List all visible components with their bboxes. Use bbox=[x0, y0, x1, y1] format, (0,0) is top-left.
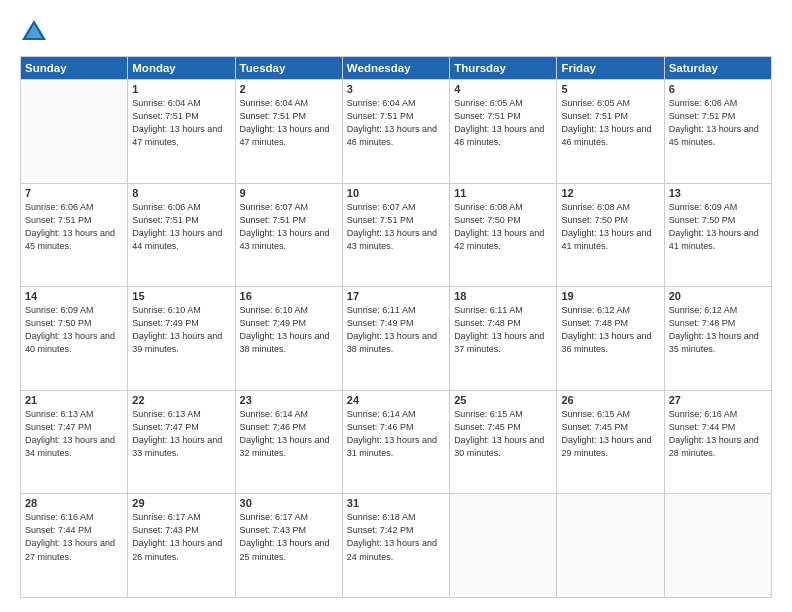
day-number: 17 bbox=[347, 290, 445, 302]
calendar-cell: 27Sunrise: 6:16 AMSunset: 7:44 PMDayligh… bbox=[664, 390, 771, 494]
day-number: 27 bbox=[669, 394, 767, 406]
day-number: 22 bbox=[132, 394, 230, 406]
calendar-cell: 30Sunrise: 6:17 AMSunset: 7:43 PMDayligh… bbox=[235, 494, 342, 598]
day-info: Sunrise: 6:06 AMSunset: 7:51 PMDaylight:… bbox=[669, 97, 767, 149]
day-number: 20 bbox=[669, 290, 767, 302]
calendar-cell: 20Sunrise: 6:12 AMSunset: 7:48 PMDayligh… bbox=[664, 287, 771, 391]
day-number: 5 bbox=[561, 83, 659, 95]
day-number: 7 bbox=[25, 187, 123, 199]
calendar-cell: 4Sunrise: 6:05 AMSunset: 7:51 PMDaylight… bbox=[450, 80, 557, 184]
header-saturday: Saturday bbox=[664, 57, 771, 80]
day-info: Sunrise: 6:05 AMSunset: 7:51 PMDaylight:… bbox=[561, 97, 659, 149]
day-number: 30 bbox=[240, 497, 338, 509]
calendar-cell: 18Sunrise: 6:11 AMSunset: 7:48 PMDayligh… bbox=[450, 287, 557, 391]
page-header bbox=[20, 18, 772, 46]
day-info: Sunrise: 6:17 AMSunset: 7:43 PMDaylight:… bbox=[132, 511, 230, 563]
day-number: 23 bbox=[240, 394, 338, 406]
day-info: Sunrise: 6:15 AMSunset: 7:45 PMDaylight:… bbox=[561, 408, 659, 460]
calendar-cell: 23Sunrise: 6:14 AMSunset: 7:46 PMDayligh… bbox=[235, 390, 342, 494]
calendar-cell: 14Sunrise: 6:09 AMSunset: 7:50 PMDayligh… bbox=[21, 287, 128, 391]
calendar-cell: 10Sunrise: 6:07 AMSunset: 7:51 PMDayligh… bbox=[342, 183, 449, 287]
day-info: Sunrise: 6:11 AMSunset: 7:48 PMDaylight:… bbox=[454, 304, 552, 356]
day-number: 31 bbox=[347, 497, 445, 509]
day-info: Sunrise: 6:07 AMSunset: 7:51 PMDaylight:… bbox=[347, 201, 445, 253]
calendar-cell: 11Sunrise: 6:08 AMSunset: 7:50 PMDayligh… bbox=[450, 183, 557, 287]
logo-icon bbox=[20, 18, 48, 46]
calendar-cell: 1Sunrise: 6:04 AMSunset: 7:51 PMDaylight… bbox=[128, 80, 235, 184]
calendar-cell: 13Sunrise: 6:09 AMSunset: 7:50 PMDayligh… bbox=[664, 183, 771, 287]
calendar-cell: 9Sunrise: 6:07 AMSunset: 7:51 PMDaylight… bbox=[235, 183, 342, 287]
day-number: 10 bbox=[347, 187, 445, 199]
day-info: Sunrise: 6:09 AMSunset: 7:50 PMDaylight:… bbox=[25, 304, 123, 356]
calendar-cell: 2Sunrise: 6:04 AMSunset: 7:51 PMDaylight… bbox=[235, 80, 342, 184]
calendar-cell bbox=[557, 494, 664, 598]
day-number: 13 bbox=[669, 187, 767, 199]
day-info: Sunrise: 6:13 AMSunset: 7:47 PMDaylight:… bbox=[25, 408, 123, 460]
calendar-cell: 19Sunrise: 6:12 AMSunset: 7:48 PMDayligh… bbox=[557, 287, 664, 391]
day-number: 4 bbox=[454, 83, 552, 95]
day-info: Sunrise: 6:14 AMSunset: 7:46 PMDaylight:… bbox=[240, 408, 338, 460]
calendar-cell bbox=[21, 80, 128, 184]
day-number: 18 bbox=[454, 290, 552, 302]
day-number: 16 bbox=[240, 290, 338, 302]
header-wednesday: Wednesday bbox=[342, 57, 449, 80]
week-row-5: 28Sunrise: 6:16 AMSunset: 7:44 PMDayligh… bbox=[21, 494, 772, 598]
day-info: Sunrise: 6:04 AMSunset: 7:51 PMDaylight:… bbox=[347, 97, 445, 149]
day-info: Sunrise: 6:06 AMSunset: 7:51 PMDaylight:… bbox=[25, 201, 123, 253]
day-info: Sunrise: 6:04 AMSunset: 7:51 PMDaylight:… bbox=[240, 97, 338, 149]
day-number: 14 bbox=[25, 290, 123, 302]
calendar-cell: 3Sunrise: 6:04 AMSunset: 7:51 PMDaylight… bbox=[342, 80, 449, 184]
day-number: 8 bbox=[132, 187, 230, 199]
calendar-cell: 12Sunrise: 6:08 AMSunset: 7:50 PMDayligh… bbox=[557, 183, 664, 287]
calendar-cell: 8Sunrise: 6:06 AMSunset: 7:51 PMDaylight… bbox=[128, 183, 235, 287]
day-info: Sunrise: 6:16 AMSunset: 7:44 PMDaylight:… bbox=[669, 408, 767, 460]
week-row-3: 14Sunrise: 6:09 AMSunset: 7:50 PMDayligh… bbox=[21, 287, 772, 391]
calendar-table: SundayMondayTuesdayWednesdayThursdayFrid… bbox=[20, 56, 772, 598]
day-info: Sunrise: 6:16 AMSunset: 7:44 PMDaylight:… bbox=[25, 511, 123, 563]
header-friday: Friday bbox=[557, 57, 664, 80]
header-monday: Monday bbox=[128, 57, 235, 80]
day-info: Sunrise: 6:06 AMSunset: 7:51 PMDaylight:… bbox=[132, 201, 230, 253]
day-info: Sunrise: 6:10 AMSunset: 7:49 PMDaylight:… bbox=[132, 304, 230, 356]
day-info: Sunrise: 6:12 AMSunset: 7:48 PMDaylight:… bbox=[561, 304, 659, 356]
week-row-2: 7Sunrise: 6:06 AMSunset: 7:51 PMDaylight… bbox=[21, 183, 772, 287]
calendar-cell: 25Sunrise: 6:15 AMSunset: 7:45 PMDayligh… bbox=[450, 390, 557, 494]
day-number: 12 bbox=[561, 187, 659, 199]
day-info: Sunrise: 6:10 AMSunset: 7:49 PMDaylight:… bbox=[240, 304, 338, 356]
calendar-cell: 5Sunrise: 6:05 AMSunset: 7:51 PMDaylight… bbox=[557, 80, 664, 184]
day-info: Sunrise: 6:08 AMSunset: 7:50 PMDaylight:… bbox=[454, 201, 552, 253]
calendar-cell: 7Sunrise: 6:06 AMSunset: 7:51 PMDaylight… bbox=[21, 183, 128, 287]
header-sunday: Sunday bbox=[21, 57, 128, 80]
day-info: Sunrise: 6:04 AMSunset: 7:51 PMDaylight:… bbox=[132, 97, 230, 149]
calendar-cell bbox=[664, 494, 771, 598]
day-number: 25 bbox=[454, 394, 552, 406]
calendar-cell: 31Sunrise: 6:18 AMSunset: 7:42 PMDayligh… bbox=[342, 494, 449, 598]
day-number: 29 bbox=[132, 497, 230, 509]
calendar-cell: 6Sunrise: 6:06 AMSunset: 7:51 PMDaylight… bbox=[664, 80, 771, 184]
day-info: Sunrise: 6:08 AMSunset: 7:50 PMDaylight:… bbox=[561, 201, 659, 253]
day-info: Sunrise: 6:18 AMSunset: 7:42 PMDaylight:… bbox=[347, 511, 445, 563]
day-info: Sunrise: 6:12 AMSunset: 7:48 PMDaylight:… bbox=[669, 304, 767, 356]
calendar-cell: 26Sunrise: 6:15 AMSunset: 7:45 PMDayligh… bbox=[557, 390, 664, 494]
day-number: 24 bbox=[347, 394, 445, 406]
calendar-cell: 17Sunrise: 6:11 AMSunset: 7:49 PMDayligh… bbox=[342, 287, 449, 391]
logo bbox=[20, 18, 52, 46]
day-number: 1 bbox=[132, 83, 230, 95]
calendar-cell: 22Sunrise: 6:13 AMSunset: 7:47 PMDayligh… bbox=[128, 390, 235, 494]
day-number: 6 bbox=[669, 83, 767, 95]
day-info: Sunrise: 6:09 AMSunset: 7:50 PMDaylight:… bbox=[669, 201, 767, 253]
calendar-header-row: SundayMondayTuesdayWednesdayThursdayFrid… bbox=[21, 57, 772, 80]
day-number: 28 bbox=[25, 497, 123, 509]
day-number: 9 bbox=[240, 187, 338, 199]
calendar-cell: 16Sunrise: 6:10 AMSunset: 7:49 PMDayligh… bbox=[235, 287, 342, 391]
day-info: Sunrise: 6:13 AMSunset: 7:47 PMDaylight:… bbox=[132, 408, 230, 460]
day-info: Sunrise: 6:07 AMSunset: 7:51 PMDaylight:… bbox=[240, 201, 338, 253]
week-row-4: 21Sunrise: 6:13 AMSunset: 7:47 PMDayligh… bbox=[21, 390, 772, 494]
day-info: Sunrise: 6:11 AMSunset: 7:49 PMDaylight:… bbox=[347, 304, 445, 356]
day-info: Sunrise: 6:15 AMSunset: 7:45 PMDaylight:… bbox=[454, 408, 552, 460]
calendar-cell: 21Sunrise: 6:13 AMSunset: 7:47 PMDayligh… bbox=[21, 390, 128, 494]
week-row-1: 1Sunrise: 6:04 AMSunset: 7:51 PMDaylight… bbox=[21, 80, 772, 184]
calendar-cell: 15Sunrise: 6:10 AMSunset: 7:49 PMDayligh… bbox=[128, 287, 235, 391]
calendar-cell: 29Sunrise: 6:17 AMSunset: 7:43 PMDayligh… bbox=[128, 494, 235, 598]
day-info: Sunrise: 6:05 AMSunset: 7:51 PMDaylight:… bbox=[454, 97, 552, 149]
